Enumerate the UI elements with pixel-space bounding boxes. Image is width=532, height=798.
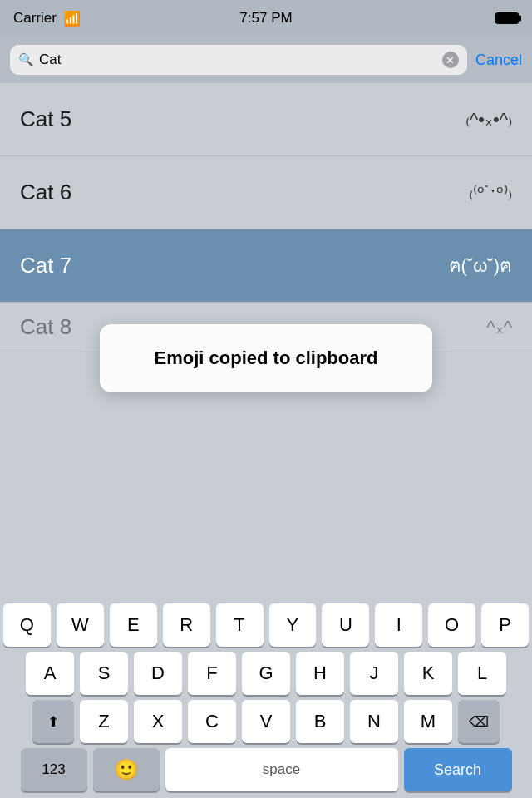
- list-item[interactable]: Cat 6 ₍⁽ᵒ˙ˑᵒ⁾₎: [0, 156, 532, 229]
- key-o[interactable]: O: [428, 603, 475, 647]
- key-c[interactable]: C: [188, 700, 236, 743]
- emoji-key[interactable]: 🙂: [93, 748, 160, 791]
- key-m[interactable]: M: [404, 700, 452, 743]
- key-v[interactable]: V: [242, 700, 290, 743]
- search-bar: 🔍 Cat ✕ Cancel: [0, 37, 532, 83]
- key-n[interactable]: N: [350, 700, 398, 743]
- search-icon: 🔍: [18, 52, 34, 67]
- numbers-key[interactable]: 123: [21, 748, 87, 791]
- key-p[interactable]: P: [481, 603, 529, 647]
- battery-icon: [495, 12, 519, 24]
- key-g[interactable]: G: [242, 652, 290, 695]
- space-key[interactable]: space: [165, 748, 398, 791]
- keyboard-row-2: A S D F G H J K L: [0, 647, 532, 695]
- wifi-icon: 📶: [63, 10, 81, 27]
- list-area: Cat 5 ₍^•ₓ•^₎ Cat 6 ₍⁽ᵒ˙ˑᵒ⁾₎ Cat 7 ฅ(˘ω˘…: [0, 83, 532, 352]
- key-b[interactable]: B: [296, 700, 344, 743]
- key-k[interactable]: K: [404, 652, 452, 695]
- key-z[interactable]: Z: [80, 700, 128, 743]
- status-bar: Carrier 📶 7:57 PM: [0, 0, 532, 37]
- time-label: 7:57 PM: [239, 10, 292, 27]
- shift-key[interactable]: ⬆: [32, 700, 74, 743]
- key-q[interactable]: Q: [3, 603, 51, 647]
- keyboard-row-1: Q W E R T Y U I O P: [0, 598, 532, 647]
- key-d[interactable]: D: [134, 652, 182, 695]
- key-j[interactable]: J: [350, 652, 398, 695]
- toast-message: Emoji copied to clipboard: [155, 347, 378, 368]
- key-u[interactable]: U: [322, 603, 369, 647]
- key-i[interactable]: I: [375, 603, 422, 647]
- cancel-button[interactable]: Cancel: [475, 52, 522, 69]
- key-f[interactable]: F: [188, 652, 236, 695]
- toast-notification: Emoji copied to clipboard: [100, 324, 432, 392]
- list-item-selected[interactable]: Cat 7 ฅ(˘ω˘)ฅ: [0, 229, 532, 303]
- key-r[interactable]: R: [163, 603, 210, 647]
- keyboard-row-4: 123 🙂 space Search: [0, 743, 532, 798]
- clear-button[interactable]: ✕: [442, 52, 459, 68]
- key-e[interactable]: E: [110, 603, 157, 647]
- delete-key[interactable]: ⌫: [458, 700, 500, 743]
- key-s[interactable]: S: [80, 652, 128, 695]
- key-y[interactable]: Y: [269, 603, 317, 647]
- key-l[interactable]: L: [458, 652, 506, 695]
- key-w[interactable]: W: [57, 603, 104, 647]
- key-t[interactable]: T: [216, 603, 264, 647]
- search-input-container[interactable]: 🔍 Cat ✕: [10, 45, 467, 75]
- key-h[interactable]: H: [296, 652, 344, 695]
- key-a[interactable]: A: [26, 652, 74, 695]
- list-item[interactable]: Cat 5 ₍^•ₓ•^₎: [0, 83, 532, 156]
- carrier-label: Carrier: [13, 10, 57, 27]
- key-x[interactable]: X: [134, 700, 182, 743]
- search-query: Cat: [39, 52, 437, 68]
- search-key[interactable]: Search: [404, 748, 512, 791]
- keyboard-row-3: ⬆ Z X C V B N M ⌫: [0, 695, 532, 743]
- keyboard: Q W E R T Y U I O P A S D F G H J K L ⬆ …: [0, 598, 532, 798]
